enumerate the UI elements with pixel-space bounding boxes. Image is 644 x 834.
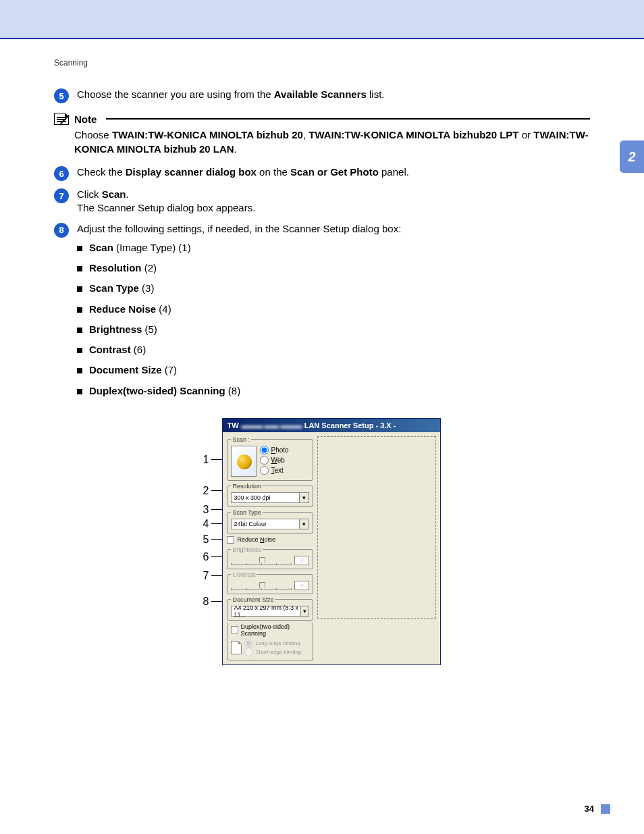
chevron-down-icon[interactable]: ▾ — [300, 606, 308, 616]
text-bold: Contrast — [89, 344, 131, 355]
brightness-group: Brightness 0 — [227, 546, 313, 569]
radio-text-label: Text — [271, 467, 283, 474]
duplex-group: Duplex(two-sided) Scanning Long-edge bin… — [227, 623, 313, 660]
radio-long-edge-input[interactable] — [244, 639, 253, 648]
list-item: Reduce Noise (4) — [77, 303, 590, 316]
text: The Scanner Setup dialog box appears. — [77, 202, 255, 213]
step-number-icon: 5 — [54, 88, 69, 103]
duplex-label: Duplex(two-sided) Scanning — [241, 623, 310, 637]
text: (8) — [225, 385, 241, 396]
scan-legend: Scan : — [231, 436, 251, 443]
radio-web[interactable]: Web — [260, 456, 288, 465]
bullet-list: Scan (Image Type) (1) Resolution (2) Sca… — [77, 241, 590, 398]
text-bold: Reduce Noise — [89, 303, 156, 315]
bullet-icon — [77, 368, 82, 373]
note-rule — [106, 118, 590, 120]
bullet-icon — [77, 307, 82, 313]
reduce-noise-row[interactable]: Reduce Noise — [227, 536, 313, 544]
resolution-group: Resolution 300 x 300 dpi ▾ — [227, 483, 313, 507]
radio-short-edge-label: Short-edge binding — [255, 649, 301, 655]
chapter-tab: 2 — [620, 140, 644, 173]
text: . — [126, 188, 129, 200]
callout-4: 4 — [203, 518, 209, 530]
brightness-slider[interactable] — [231, 556, 292, 565]
step-number-icon: 7 — [54, 188, 69, 203]
duplex-checkbox[interactable] — [231, 626, 238, 633]
title-prefix: TW — [227, 421, 238, 429]
title-suffix: LAN Scanner Setup - 3.X - — [304, 421, 396, 429]
reduce-noise-checkbox[interactable] — [227, 536, 234, 544]
page-content: Scanning 5 Choose the scanner you are us… — [0, 39, 644, 665]
text: (4) — [156, 303, 171, 315]
scanner-setup-dialog: TW ▬▬▬ ▬▬ ▬▬▬ LAN Scanner Setup - 3.X - … — [222, 418, 441, 665]
note-block: Note Choose TWAIN:TW-KONICA MINOLTA bizh… — [54, 113, 590, 156]
callout-column: 1 2 3 4 5 6 7 8 — [203, 418, 223, 665]
list-item: Duplex(two-sided) Scanning (8) — [77, 384, 590, 398]
bullet-icon — [77, 266, 82, 271]
text-bold: Document Size — [89, 364, 162, 375]
radio-photo[interactable]: Photo — [260, 446, 288, 454]
docsize-select[interactable]: A4 210 x 297 mm (8.3 x 11... ▾ — [231, 606, 309, 617]
step-8-text: Adjust the following settings, if needed… — [77, 222, 590, 405]
callout-6: 6 — [203, 551, 209, 563]
list-item: Contrast (6) — [77, 343, 590, 357]
text-bold: Duplex(two-sided) Scanning — [89, 385, 225, 396]
radio-long-edge-label: Long-edge binding — [255, 640, 300, 646]
bullet-icon — [77, 246, 82, 251]
note-body: Choose TWAIN:TW-KONICA MINOLTA bizhub 20… — [74, 128, 590, 156]
list-item: Document Size (7) — [77, 363, 590, 377]
chevron-down-icon[interactable]: ▾ — [299, 493, 308, 502]
preview-area — [317, 436, 436, 619]
chevron-down-icon[interactable]: ▾ — [299, 519, 308, 529]
radio-long-edge[interactable]: Long-edge binding — [244, 639, 301, 648]
step-7-text: Click Scan. The Scanner Setup dialog box… — [77, 188, 590, 215]
scantype-value: 24bit Colour — [234, 521, 267, 527]
list-item: Scan (Image Type) (1) — [77, 241, 590, 255]
contrast-slider[interactable] — [231, 581, 292, 590]
bullet-icon — [77, 286, 82, 292]
text-bold: Scan or Get Photo — [290, 166, 379, 178]
brightness-legend: Brightness — [231, 546, 263, 553]
radio-web-label: Web — [271, 457, 284, 464]
brightness-value: 0 — [294, 556, 309, 565]
duplex-check-row[interactable]: Duplex(two-sided) Scanning — [231, 623, 309, 637]
step-6: 6 Check the Display scanner dialog box o… — [54, 165, 590, 181]
radio-short-edge-input[interactable] — [244, 648, 253, 656]
scan-thumbnail — [231, 446, 257, 477]
note-icon — [54, 113, 69, 125]
contrast-legend: Contrast — [231, 571, 257, 578]
text: on the — [257, 166, 290, 178]
radio-text[interactable]: Text — [260, 466, 288, 475]
text: (7) — [162, 364, 178, 375]
list-item: Brightness (5) — [77, 323, 590, 336]
text: Choose the scanner you are using from th… — [77, 88, 274, 100]
text-bold: Scan — [89, 242, 113, 253]
radio-web-input[interactable] — [260, 456, 269, 465]
page-footer: 34 — [585, 804, 610, 814]
list-item: Scan Type (3) — [77, 282, 590, 295]
footer-accent — [601, 804, 610, 814]
text: Choose — [74, 129, 112, 140]
resolution-value: 300 x 300 dpi — [234, 494, 270, 501]
callout-1: 1 — [203, 454, 209, 466]
radio-photo-input[interactable] — [260, 446, 269, 454]
text: (6) — [131, 344, 146, 355]
radio-text-input[interactable] — [260, 466, 269, 475]
resolution-select[interactable]: 300 x 300 dpi ▾ — [231, 492, 309, 503]
step-7: 7 Click Scan. The Scanner Setup dialog b… — [54, 188, 590, 215]
step-5-text: Choose the scanner you are using from th… — [77, 88, 590, 101]
resolution-legend: Resolution — [231, 483, 263, 490]
step-6-text: Check the Display scanner dialog box on … — [77, 165, 590, 179]
text: , — [303, 129, 308, 140]
text: panel. — [379, 166, 409, 178]
callout-8: 8 — [203, 596, 209, 608]
reduce-noise-label: Reduce Noise — [237, 536, 275, 543]
docsize-value: A4 210 x 297 mm (8.3 x 11... — [234, 604, 300, 618]
callout-3: 3 — [203, 504, 209, 516]
scantype-select[interactable]: 24bit Colour ▾ — [231, 519, 309, 529]
radio-short-edge[interactable]: Short-edge binding — [244, 648, 301, 656]
text-bold: Scan Type — [89, 282, 139, 294]
page-number: 34 — [585, 804, 594, 814]
step-number-icon: 6 — [54, 166, 69, 181]
text-bold: Brightness — [89, 323, 142, 335]
